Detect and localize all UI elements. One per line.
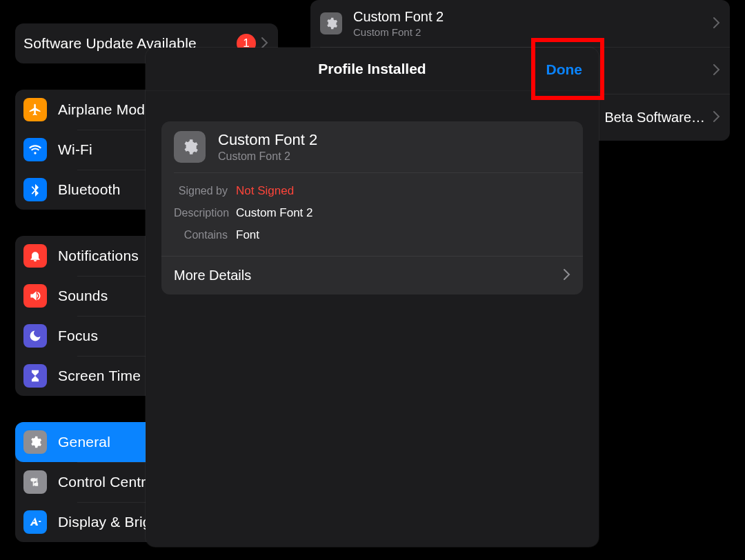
screentime-label: Screen Time bbox=[58, 368, 141, 384]
bell-icon bbox=[23, 244, 47, 268]
modal-title: Profile Installed bbox=[318, 61, 426, 77]
notifications-label: Notifications bbox=[58, 248, 139, 264]
profile-gear-icon bbox=[174, 131, 206, 163]
wifi-label: Wi-Fi bbox=[58, 141, 92, 158]
gear-icon bbox=[23, 430, 47, 454]
signed-by-value: Not Signed bbox=[236, 184, 294, 198]
profile-meta: Signed by Not Signed Description Custom … bbox=[161, 173, 583, 256]
moon-icon bbox=[23, 324, 47, 348]
description-value: Custom Font 2 bbox=[236, 206, 313, 220]
chevron-right-icon bbox=[713, 108, 720, 126]
done-button[interactable]: Done bbox=[546, 48, 583, 91]
bluetooth-icon bbox=[23, 178, 47, 201]
focus-label: Focus bbox=[58, 328, 98, 344]
more-details-row[interactable]: More Details bbox=[161, 256, 583, 294]
bluetooth-label: Bluetooth bbox=[58, 181, 121, 198]
beta-label: Beta Software… bbox=[604, 110, 705, 126]
general-label: General bbox=[58, 434, 110, 450]
wifi-icon bbox=[23, 138, 47, 161]
chevron-right-icon bbox=[713, 61, 720, 79]
meta-description: Description Custom Font 2 bbox=[174, 202, 570, 224]
more-details-label: More Details bbox=[174, 268, 251, 283]
airplane-icon bbox=[23, 98, 47, 121]
profile1-subtitle: Custom Font 2 bbox=[353, 26, 444, 38]
modal-body: Custom Font 2 Custom Font 2 Signed by No… bbox=[146, 91, 599, 294]
profile-subtitle: Custom Font 2 bbox=[218, 150, 317, 163]
profile-gear-icon bbox=[320, 12, 342, 34]
speaker-icon bbox=[23, 284, 47, 308]
profile-card-header: Custom Font 2 Custom Font 2 bbox=[161, 121, 583, 172]
sounds-label: Sounds bbox=[58, 288, 108, 304]
toggles-icon bbox=[23, 470, 47, 494]
airplane-label: Airplane Mode bbox=[58, 101, 153, 118]
profile-title: Custom Font 2 bbox=[218, 131, 317, 149]
profile1-title: Custom Font 2 bbox=[353, 9, 444, 25]
modal-header: Profile Installed Done bbox=[146, 48, 599, 91]
chevron-right-icon bbox=[713, 14, 720, 32]
profile-row-1[interactable]: Custom Font 2 Custom Font 2 bbox=[310, 0, 730, 47]
hourglass-icon bbox=[23, 364, 47, 388]
meta-signedby: Signed by Not Signed bbox=[174, 180, 570, 202]
profile-installed-modal: Profile Installed Done Custom Font 2 Cus… bbox=[146, 48, 599, 547]
contains-value: Font bbox=[236, 228, 259, 242]
meta-contains: Contains Font bbox=[174, 224, 570, 246]
controlcentre-label: Control Centre bbox=[58, 474, 154, 490]
text-size-icon bbox=[23, 510, 47, 534]
profile-card: Custom Font 2 Custom Font 2 Signed by No… bbox=[161, 121, 583, 294]
chevron-right-icon bbox=[564, 268, 570, 283]
